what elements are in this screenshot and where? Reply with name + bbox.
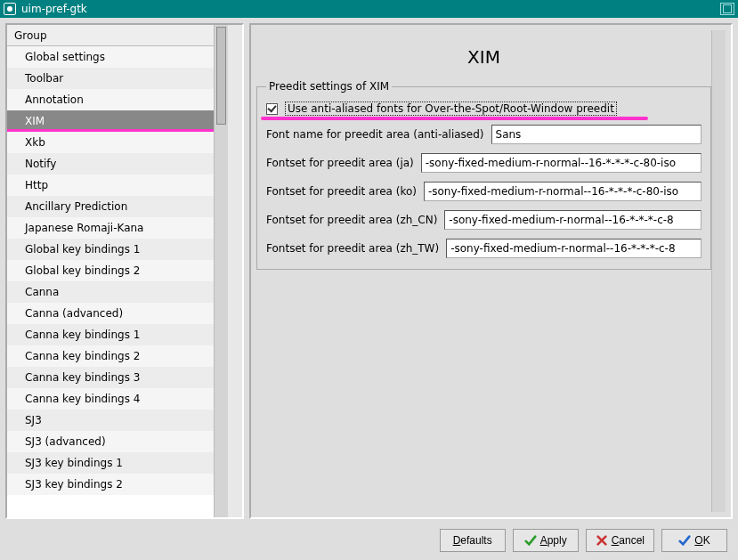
preedit-input-4[interactable] [446, 239, 702, 258]
preedit-row-2: Fontset for preedit area (ko) [266, 182, 702, 201]
ok-mnemonic: O [694, 534, 702, 547]
window-title: uim-pref-gtk [21, 3, 87, 15]
cancel-icon [596, 534, 608, 547]
preedit-label-3: Fontset for preedit area (zh_CN) [266, 214, 437, 226]
sidebar-item-japanese-romaji-kana[interactable]: Japanese Romaji-Kana [7, 217, 214, 239]
sidebar-item-xim[interactable]: XIM [7, 110, 214, 132]
tree-scrollbar[interactable] [214, 25, 228, 517]
preedit-label-1: Fontset for preedit area (ja) [266, 157, 414, 169]
preedit-input-0[interactable] [491, 125, 702, 144]
sidebar-item-notify[interactable]: Notify [7, 153, 214, 174]
preedit-label-4: Fontset for preedit area (zh_TW) [266, 242, 439, 255]
annotation-underline-checkbox [261, 117, 648, 120]
sidebar-item-global-settings[interactable]: Global settings [7, 46, 214, 68]
preedit-label-0: Font name for preedit area (anti-aliased… [266, 128, 484, 141]
pane-gutter [228, 25, 242, 517]
settings-scrollbar[interactable] [711, 30, 726, 512]
apply-button[interactable]: Apply [513, 529, 579, 552]
settings-pane: XIM Preedit settings of XIM Use anti-ali… [249, 23, 733, 519]
antialias-row: Use anti-aliased fonts for Over-the-Spot… [266, 101, 702, 116]
preedit-row-3: Fontset for preedit area (zh_CN) [266, 210, 702, 230]
sidebar-item-canna-key-bindings-3[interactable]: Canna key bindings 3 [7, 367, 214, 388]
window: uim-pref-gtk Group Global settingsToolba… [0, 0, 738, 560]
main-split: Group Global settingsToolbarAnnotationXI… [5, 23, 733, 519]
ok-rest: K [703, 534, 710, 547]
apply-mnemonic: A [540, 534, 547, 547]
defaults-button[interactable]: Defaults [440, 529, 506, 552]
sidebar-item-sj3-key-bindings-1[interactable]: SJ3 key bindings 1 [7, 452, 214, 474]
sidebar-item-canna[interactable]: Canna [7, 281, 214, 303]
preedit-label-2: Fontset for preedit area (ko) [266, 185, 417, 198]
sidebar-item-sj3-key-bindings-2[interactable]: SJ3 key bindings 2 [7, 474, 214, 495]
sidebar-item-annotation[interactable]: Annotation [7, 89, 214, 110]
cancel-mnemonic: C [612, 534, 620, 547]
preedit-row-1: Fontset for preedit area (ja) [266, 153, 702, 173]
titlebar-right [720, 3, 734, 16]
sidebar-item-xkb[interactable]: Xkb [7, 132, 214, 153]
sidebar-item-canna-key-bindings-4[interactable]: Canna key bindings 4 [7, 388, 214, 410]
cancel-button[interactable]: Cancel [586, 529, 654, 552]
defaults-mnemonic: D [453, 534, 461, 547]
sidebar-item-global-key-bindings-1[interactable]: Global key bindings 1 [7, 239, 214, 260]
apply-icon [524, 534, 537, 547]
page-title: XIM [256, 30, 711, 80]
sidebar-item-canna-advanced-[interactable]: Canna (advanced) [7, 303, 214, 324]
sidebar-item-canna-key-bindings-2[interactable]: Canna key bindings 2 [7, 345, 214, 367]
preedit-input-2[interactable] [424, 182, 702, 201]
tree-scrollbar-thumb[interactable] [216, 27, 226, 125]
tree-header[interactable]: Group [7, 25, 214, 46]
group-tree[interactable]: Group Global settingsToolbarAnnotationXI… [7, 25, 214, 517]
ok-icon [678, 534, 691, 547]
cancel-rest: ancel [619, 534, 645, 547]
defaults-rest: efaults [460, 534, 491, 547]
sidebar-item-sj3-advanced-[interactable]: SJ3 (advanced) [7, 431, 214, 452]
client-area: Group Global settingsToolbarAnnotationXI… [0, 18, 738, 560]
sidebar-item-toolbar[interactable]: Toolbar [7, 68, 214, 89]
app-icon [4, 3, 16, 15]
ok-button[interactable]: OK [661, 529, 727, 552]
preedit-row-4: Fontset for preedit area (zh_TW) [266, 239, 702, 258]
sidebar-item-global-key-bindings-2[interactable]: Global key bindings 2 [7, 260, 214, 281]
antialias-label: Use anti-aliased fonts for Over-the-Spot… [288, 102, 614, 115]
button-bar: Defaults Apply Cancel OK [5, 524, 733, 555]
preedit-input-1[interactable] [421, 153, 702, 173]
preedit-input-3[interactable] [444, 210, 702, 230]
antialias-label-focus: Use anti-aliased fonts for Over-the-Spot… [285, 101, 617, 116]
sidebar-item-sj3[interactable]: SJ3 [7, 410, 214, 431]
antialias-checkbox[interactable] [266, 103, 278, 115]
preedit-row-0: Font name for preedit area (anti-aliased… [266, 125, 702, 144]
group-tree-pane: Group Global settingsToolbarAnnotationXI… [5, 23, 244, 519]
sidebar-item-http[interactable]: Http [7, 174, 214, 196]
sidebar-item-canna-key-bindings-1[interactable]: Canna key bindings 1 [7, 324, 214, 345]
preedit-fieldset: Preedit settings of XIM Use anti-aliased… [256, 80, 711, 270]
apply-rest: pply [547, 534, 567, 547]
titlebar[interactable]: uim-pref-gtk [0, 0, 738, 18]
maximize-icon[interactable] [720, 3, 734, 15]
fieldset-legend: Preedit settings of XIM [266, 80, 392, 93]
sidebar-item-ancillary-prediction[interactable]: Ancillary Prediction [7, 196, 214, 217]
